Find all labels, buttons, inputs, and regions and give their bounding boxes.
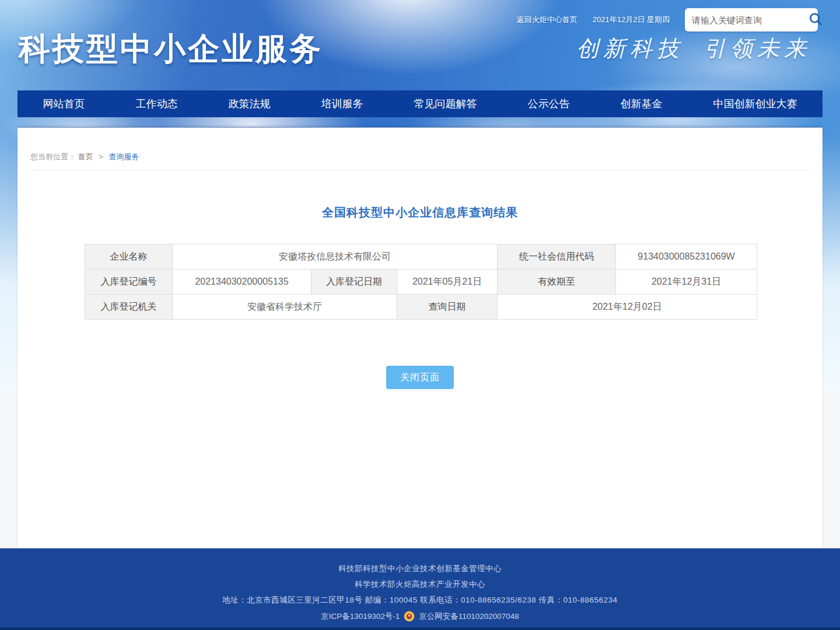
table-row: 企业名称 安徽塔孜信息技术有限公司 统一社会信用代码 9134030008523… <box>85 244 757 270</box>
table-row: 入库登记编号 202134030200005135 入库登记日期 2021年05… <box>85 270 757 295</box>
registration-authority-label: 入库登记机关 <box>85 295 173 320</box>
nav-item-work-news[interactable]: 工作动态 <box>136 97 178 111</box>
nav-item-home[interactable]: 网站首页 <box>43 97 85 111</box>
registration-authority-value: 安徽省科学技术厅 <box>173 295 397 320</box>
breadcrumb-home-link[interactable]: 首页 <box>78 152 93 161</box>
footer: 科技部科技型中小企业技术创新基金管理中心 科学技术部火炬高技术产业开发中心 地址… <box>0 548 840 630</box>
search-input[interactable] <box>692 15 808 25</box>
main-nav: 网站首页 工作动态 政策法规 培训服务 常见问题解答 公示公告 创新基金 中国创… <box>18 90 822 117</box>
page-title: 全国科技型中小企业信息库查询结果 <box>18 205 822 220</box>
icp-license-link[interactable]: 京ICP备13019302号-1 <box>321 611 400 622</box>
breadcrumb-separator: > <box>99 152 103 161</box>
nav-item-competition[interactable]: 中国创新创业大赛 <box>713 97 797 111</box>
footer-address-line: 地址：北京市西城区三里河二区甲18号 邮编：100045 联系电话：010-88… <box>222 595 617 606</box>
page: 返回火炬中心首页 2021年12月2日 星期四 科技型中小企业服务 创新科技引领… <box>0 0 840 630</box>
footer-org-line2: 科学技术部火炬高技术产业开发中心 <box>355 579 485 590</box>
public-security-record-link[interactable]: 京公网安备11010202007048 <box>419 611 519 622</box>
table-row: 入库登记机关 安徽省科学技术厅 查询日期 2021年12月02日 <box>85 295 757 320</box>
slogan-part1: 创新科技 <box>576 36 684 61</box>
breadcrumb: 您当前位置： 首页 > 查询服务 <box>30 152 139 162</box>
close-page-button[interactable]: 关闭页面 <box>386 366 454 389</box>
search-icon <box>808 12 823 29</box>
credit-code-value: 91340300085231069W <box>616 244 757 270</box>
valid-until-value: 2021年12月31日 <box>616 270 757 295</box>
registration-number-label: 入库登记编号 <box>85 270 173 295</box>
company-name-value: 安徽塔孜信息技术有限公司 <box>173 244 498 270</box>
nav-item-training[interactable]: 培训服务 <box>321 97 363 111</box>
query-result-table: 企业名称 安徽塔孜信息技术有限公司 统一社会信用代码 9134030008523… <box>85 244 757 320</box>
footer-icp-line: 京ICP备13019302号-1 京公网安备11010202007048 <box>321 611 519 622</box>
torch-center-home-link[interactable]: 返回火炬中心首页 <box>517 15 578 25</box>
search-box <box>685 8 818 32</box>
content-panel: 您当前位置： 首页 > 查询服务 全国科技型中小企业信息库查询结果 企业名称 安… <box>18 127 822 548</box>
query-date-value: 2021年12月02日 <box>498 295 757 320</box>
current-date: 2021年12月2日 星期四 <box>593 15 670 25</box>
nav-item-innovation-fund[interactable]: 创新基金 <box>621 97 663 111</box>
police-badge-icon <box>404 611 415 622</box>
query-date-label: 查询日期 <box>397 295 498 320</box>
nav-item-faq[interactable]: 常见问题解答 <box>414 97 477 111</box>
breadcrumb-current-link[interactable]: 查询服务 <box>108 152 139 161</box>
company-name-label: 企业名称 <box>85 244 173 270</box>
top-utility-bar: 返回火炬中心首页 2021年12月2日 星期四 <box>517 8 818 32</box>
credit-code-label: 统一社会信用代码 <box>498 244 616 270</box>
valid-until-label: 有效期至 <box>498 270 616 295</box>
breadcrumb-divider <box>30 170 810 170</box>
footer-org-line1: 科技部科技型中小企业技术创新基金管理中心 <box>338 564 502 574</box>
breadcrumb-prefix: 您当前位置： <box>30 152 76 161</box>
nav-item-policies[interactable]: 政策法规 <box>229 97 271 111</box>
slogan-part2: 引领未来 <box>704 36 811 61</box>
registration-date-value: 2021年05月21日 <box>397 270 498 295</box>
registration-date-label: 入库登记日期 <box>312 270 397 295</box>
nav-item-announcements[interactable]: 公示公告 <box>528 97 570 111</box>
registration-number-value: 202134030200005135 <box>173 270 312 295</box>
site-logo: 科技型中小企业服务 <box>19 28 323 71</box>
search-button[interactable] <box>808 11 823 29</box>
site-slogan: 创新科技引领未来 <box>576 34 811 64</box>
